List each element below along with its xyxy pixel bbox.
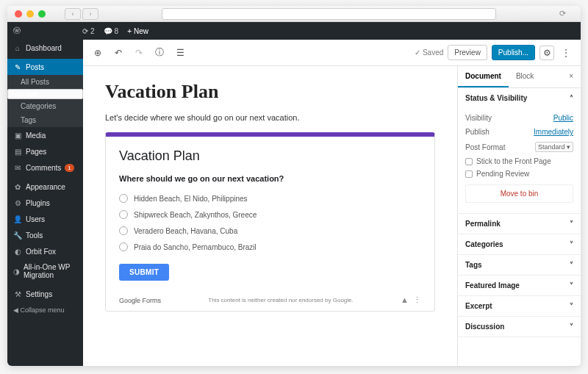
chevron-down-icon: ˅ xyxy=(570,240,573,248)
google-forms-brand[interactable]: Google Forms xyxy=(119,297,161,304)
redo-icon[interactable]: ↷ xyxy=(132,46,146,60)
form-option[interactable]: Praia do Sancho, Pernambuco, Brazil xyxy=(119,239,421,255)
form-title: Vacation Plan xyxy=(119,148,421,164)
settings-toggle-icon[interactable]: ⚙ xyxy=(539,46,554,60)
sidebar-item-pages[interactable]: ▤Pages xyxy=(7,143,83,159)
sidebar-item-posts[interactable]: ✎Posts xyxy=(7,59,83,75)
reload-icon[interactable]: ⟳ xyxy=(559,9,566,18)
pin-icon: ✎ xyxy=(13,62,22,71)
orbit-fox-icon: ◐ xyxy=(13,247,22,256)
url-bar[interactable] xyxy=(162,8,496,20)
sidebar-sub-tags[interactable]: Tags xyxy=(7,113,83,127)
move-to-bin-button[interactable]: Move to bin xyxy=(465,184,573,203)
stick-front-page-checkbox[interactable]: Stick to the Front Page xyxy=(465,155,573,168)
publish-button[interactable]: Publish... xyxy=(492,45,535,60)
post-format-label: Post Format xyxy=(465,143,505,151)
info-icon[interactable]: ⓘ xyxy=(152,46,167,60)
form-question: Where should we go on our next vacation? xyxy=(119,174,421,183)
panel-permalink[interactable]: Permalink˅ xyxy=(458,214,581,234)
saved-indicator: ✓ Saved xyxy=(415,48,443,57)
sidebar-item-media[interactable]: ▣Media xyxy=(7,127,83,143)
chevron-up-icon: ˄ xyxy=(570,94,573,102)
sidebar-item-aiowp[interactable]: ◑All-in-One WP Migration xyxy=(7,259,83,283)
post-editor[interactable]: Vacation Plan Let's decide where we shou… xyxy=(83,66,457,366)
sidebar-item-orbit-fox[interactable]: ◐Orbit Fox xyxy=(7,243,83,259)
wp-admin-bar: ⓦ ⟳ 2 💬 8 + New xyxy=(7,22,581,40)
sidebar-item-dashboard[interactable]: ⌂Dashboard xyxy=(7,40,83,56)
panel-featured-image[interactable]: Featured Image˅ xyxy=(458,276,581,295)
radio-icon[interactable] xyxy=(119,242,128,251)
checkbox-icon[interactable] xyxy=(465,170,473,178)
comments-link[interactable]: 💬 8 xyxy=(104,27,119,35)
settings-sidebar: Document Block × Status & Visibility˄ Vi… xyxy=(457,66,581,366)
sidebar-item-users[interactable]: 👤Users xyxy=(7,211,83,227)
post-title[interactable]: Vacation Plan xyxy=(105,81,435,103)
sidebar-item-plugins[interactable]: ⚙Plugins xyxy=(7,195,83,211)
outline-icon[interactable]: ☰ xyxy=(173,46,187,60)
panel-excerpt[interactable]: Excerpt˅ xyxy=(458,296,581,316)
visibility-value[interactable]: Public xyxy=(553,114,573,122)
publish-label: Publish xyxy=(465,128,490,136)
radio-icon[interactable] xyxy=(119,210,128,219)
updates-count: 2 xyxy=(90,27,95,35)
preview-button[interactable]: Preview xyxy=(448,45,487,60)
tab-block[interactable]: Block xyxy=(509,66,541,87)
editor-toolbar: ⊕ ↶ ↷ ⓘ ☰ ✓ Saved Preview Publish... ⚙ ⋮ xyxy=(83,40,581,66)
comments-count: 8 xyxy=(115,27,119,35)
more-menu-icon[interactable]: ⋮ xyxy=(559,46,573,60)
form-option[interactable]: Shipwreck Beach, Zakynthos, Greece xyxy=(119,206,421,223)
forward-button[interactable]: › xyxy=(82,8,98,20)
post-paragraph[interactable]: Let's decide where we should go on our n… xyxy=(105,113,435,122)
sidebar-sub-add-new[interactable]: Add New xyxy=(7,89,83,99)
panel-discussion[interactable]: Discussion˅ xyxy=(458,317,581,337)
chevron-down-icon: ˅ xyxy=(570,281,573,290)
undo-icon[interactable]: ↶ xyxy=(111,46,126,60)
add-block-icon[interactable]: ⊕ xyxy=(90,46,105,60)
minimize-window-dot[interactable] xyxy=(26,10,34,18)
form-option[interactable]: Hidden Beach, El Nido, Philippines xyxy=(119,190,421,206)
sidebar-item-comments[interactable]: ✉Comments1 xyxy=(7,159,83,176)
panel-status-visibility[interactable]: Status & Visibility˄ xyxy=(458,88,581,108)
checkbox-icon[interactable] xyxy=(465,158,473,165)
warning-icon[interactable]: ▲ ⋮ xyxy=(401,295,421,305)
tab-document[interactable]: Document xyxy=(458,66,509,87)
chevron-down-icon: ˅ xyxy=(570,302,573,310)
appearance-icon: ✿ xyxy=(13,182,22,191)
close-window-dot[interactable] xyxy=(15,10,22,18)
publish-value[interactable]: Immediately xyxy=(534,128,573,136)
google-form-embed: Vacation Plan Where should we go on our … xyxy=(105,132,435,312)
updates-link[interactable]: ⟳ 2 xyxy=(82,27,95,35)
sidebar-item-appearance[interactable]: ✿Appearance xyxy=(7,179,83,195)
browser-titlebar: ‹ › ⟳ xyxy=(7,6,581,22)
visibility-label: Visibility xyxy=(465,114,492,122)
radio-icon[interactable] xyxy=(119,226,128,235)
plugins-icon: ⚙ xyxy=(13,198,22,207)
chevron-down-icon: ˅ xyxy=(570,261,573,269)
chevron-down-icon: ˅ xyxy=(570,220,573,228)
comments-badge: 1 xyxy=(65,164,74,172)
post-format-select[interactable]: Standard ▾ xyxy=(535,142,573,152)
sidebar-sub-all-posts[interactable]: All Posts xyxy=(7,75,83,89)
dashboard-icon: ⌂ xyxy=(13,43,22,52)
comments-icon: ✉ xyxy=(13,163,22,172)
tools-icon: 🔧 xyxy=(13,231,22,240)
close-settings-icon[interactable]: × xyxy=(562,66,581,87)
new-content-link[interactable]: + New xyxy=(127,27,148,35)
admin-sidebar: ⌂Dashboard ✎Posts All Posts Add New Cate… xyxy=(7,40,83,366)
back-button[interactable]: ‹ xyxy=(65,8,81,20)
form-option[interactable]: Veradero Beach, Havana, Cuba xyxy=(119,223,421,239)
panel-categories[interactable]: Categories˅ xyxy=(458,234,581,254)
collapse-menu[interactable]: ◀ Collapse menu xyxy=(7,302,83,318)
wp-logo-icon[interactable]: ⓦ xyxy=(13,26,21,36)
form-disclaimer: This content is neither created nor endo… xyxy=(208,297,353,303)
sidebar-sub-categories[interactable]: Categories xyxy=(7,99,83,113)
sidebar-item-settings[interactable]: ⚒Settings xyxy=(7,286,83,302)
pending-review-checkbox[interactable]: Pending Review xyxy=(465,168,573,180)
maximize-window-dot[interactable] xyxy=(38,10,46,18)
radio-icon[interactable] xyxy=(119,194,128,203)
users-icon: 👤 xyxy=(13,215,22,223)
migration-icon: ◑ xyxy=(13,267,20,276)
sidebar-item-tools[interactable]: 🔧Tools xyxy=(7,227,83,243)
form-submit-button[interactable]: SUBMIT xyxy=(119,264,169,281)
panel-tags[interactable]: Tags˅ xyxy=(458,255,581,275)
